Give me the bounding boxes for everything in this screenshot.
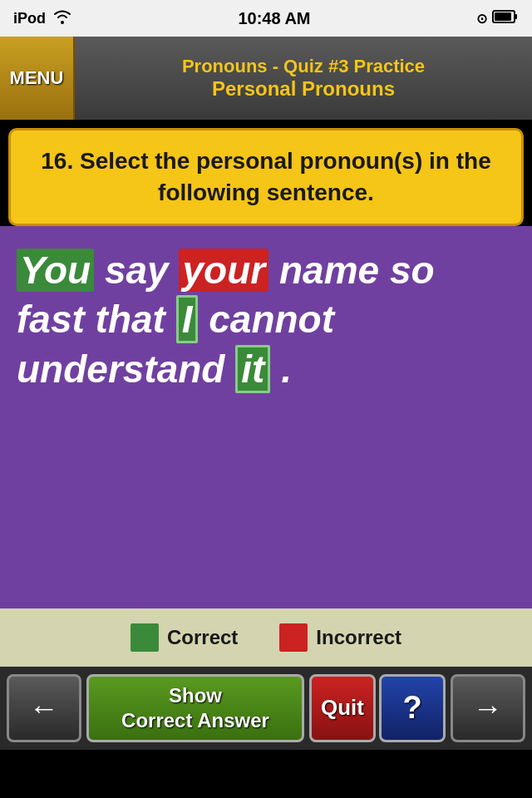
wifi-icon bbox=[52, 9, 72, 28]
correct-box bbox=[131, 623, 159, 652]
status-left: iPod bbox=[13, 9, 72, 28]
battery-icon bbox=[492, 9, 519, 27]
word-i[interactable]: I bbox=[176, 295, 199, 343]
word-you[interactable]: You bbox=[17, 249, 94, 292]
bottom-bar: ← ShowCorrect Answer Quit ? → bbox=[0, 667, 532, 750]
word-your[interactable]: your bbox=[179, 249, 268, 292]
next-arrow: → bbox=[473, 691, 503, 726]
word-period: . bbox=[281, 347, 292, 391]
device-label: iPod bbox=[13, 10, 46, 27]
show-correct-label: ShowCorrect Answer bbox=[121, 683, 269, 733]
menu-button[interactable]: MENU bbox=[0, 37, 75, 120]
clock-icon: ⊙ bbox=[476, 11, 487, 27]
show-correct-button[interactable]: ShowCorrect Answer bbox=[86, 674, 304, 742]
header-title-line1: Pronouns - Quiz #3 Practice bbox=[182, 56, 425, 77]
help-button[interactable]: ? bbox=[379, 674, 446, 742]
prev-arrow: ← bbox=[29, 691, 59, 726]
incorrect-box bbox=[279, 623, 308, 652]
question-text: 16. Select the personal pronoun(s) in th… bbox=[41, 148, 490, 205]
menu-label: MENU bbox=[10, 67, 64, 89]
question-box: 16. Select the personal pronoun(s) in th… bbox=[8, 128, 524, 226]
status-time: 10:48 AM bbox=[238, 9, 310, 28]
correct-label: Correct bbox=[167, 626, 238, 649]
prev-button[interactable]: ← bbox=[7, 674, 81, 742]
word-say: say bbox=[105, 249, 180, 292]
help-label: ? bbox=[402, 690, 421, 726]
header-title-line2: Personal Pronouns bbox=[212, 77, 395, 101]
word-it[interactable]: it bbox=[235, 345, 270, 393]
sentence-area: You say your name sofast that I cannotun… bbox=[0, 226, 532, 608]
quit-label: Quit bbox=[321, 695, 364, 721]
status-right: ⊙ bbox=[476, 9, 519, 27]
sentence-content: You say your name sofast that I cannotun… bbox=[17, 246, 515, 395]
svg-rect-2 bbox=[515, 14, 517, 19]
next-button[interactable]: → bbox=[451, 674, 525, 742]
incorrect-label: Incorrect bbox=[316, 626, 401, 649]
legend-correct: Correct bbox=[131, 623, 238, 652]
svg-rect-1 bbox=[495, 12, 511, 21]
legend-incorrect: Incorrect bbox=[279, 623, 401, 652]
legend: Correct Incorrect bbox=[0, 608, 532, 667]
status-bar: iPod 10:48 AM ⊙ bbox=[0, 0, 532, 37]
quit-help-group: Quit ? bbox=[309, 674, 446, 742]
header-title: Pronouns - Quiz #3 Practice Personal Pro… bbox=[75, 56, 532, 101]
quit-button[interactable]: Quit bbox=[309, 674, 376, 742]
app-header: MENU Pronouns - Quiz #3 Practice Persona… bbox=[0, 37, 532, 120]
